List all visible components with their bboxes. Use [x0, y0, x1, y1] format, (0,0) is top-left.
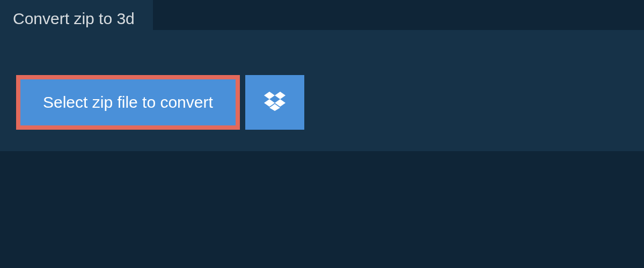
button-row: Select zip file to convert	[16, 75, 644, 130]
tab-title: Convert zip to 3d	[13, 10, 135, 28]
dropbox-icon	[264, 92, 286, 113]
converter-panel: Convert zip to 3d Select zip file to con…	[0, 30, 644, 151]
select-file-button-label: Select zip file to convert	[43, 93, 213, 111]
select-file-button[interactable]: Select zip file to convert	[16, 75, 240, 130]
tab-header: Convert zip to 3d	[0, 0, 153, 38]
dropbox-button[interactable]	[245, 75, 304, 130]
